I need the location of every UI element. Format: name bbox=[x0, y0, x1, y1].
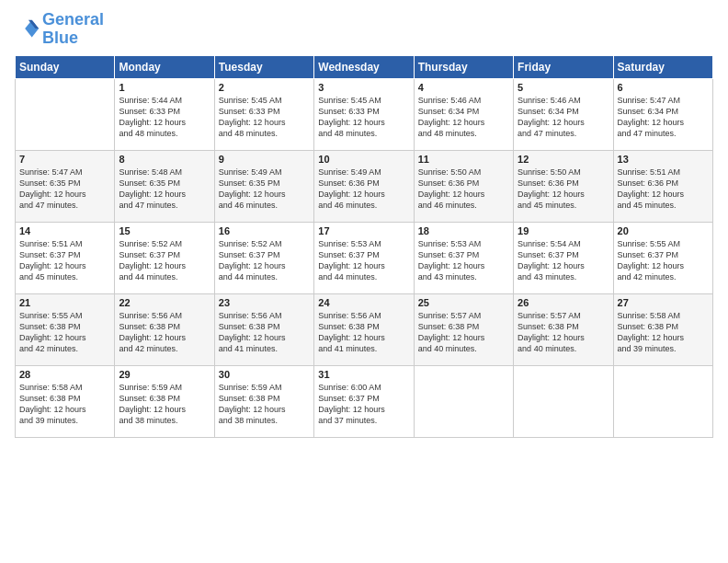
header-row: SundayMondayTuesdayWednesdayThursdayFrid… bbox=[16, 55, 713, 78]
day-number: 22 bbox=[119, 297, 210, 308]
calendar-cell: 1Sunrise: 5:44 AMSunset: 6:33 PMDaylight… bbox=[115, 78, 214, 150]
day-number: 13 bbox=[618, 154, 709, 165]
calendar-table: SundayMondayTuesdayWednesdayThursdayFrid… bbox=[15, 55, 713, 438]
day-number: 8 bbox=[119, 154, 210, 165]
calendar-cell bbox=[613, 365, 712, 437]
calendar-cell: 5Sunrise: 5:46 AMSunset: 6:34 PMDaylight… bbox=[514, 78, 613, 150]
day-number: 2 bbox=[219, 82, 310, 93]
cell-content: Sunrise: 5:59 AMSunset: 6:38 PMDaylight:… bbox=[219, 382, 310, 427]
calendar-cell: 2Sunrise: 5:45 AMSunset: 6:33 PMDaylight… bbox=[214, 78, 313, 150]
calendar-cell: 7Sunrise: 5:47 AMSunset: 6:35 PMDaylight… bbox=[16, 150, 115, 222]
calendar-cell: 8Sunrise: 5:48 AMSunset: 6:35 PMDaylight… bbox=[115, 150, 214, 222]
week-row: 1Sunrise: 5:44 AMSunset: 6:33 PMDaylight… bbox=[16, 78, 713, 150]
cell-content: Sunrise: 5:47 AMSunset: 6:34 PMDaylight:… bbox=[618, 95, 709, 140]
cell-content: Sunrise: 5:50 AMSunset: 6:36 PMDaylight:… bbox=[518, 167, 609, 212]
day-number: 4 bbox=[418, 82, 509, 93]
cell-content: Sunrise: 5:57 AMSunset: 6:38 PMDaylight:… bbox=[518, 310, 609, 355]
calendar-cell: 6Sunrise: 5:47 AMSunset: 6:34 PMDaylight… bbox=[613, 78, 712, 150]
day-number: 30 bbox=[219, 369, 310, 380]
cell-content: Sunrise: 5:50 AMSunset: 6:36 PMDaylight:… bbox=[418, 167, 509, 212]
cell-content: Sunrise: 5:54 AMSunset: 6:37 PMDaylight:… bbox=[518, 238, 609, 283]
calendar-cell: 13Sunrise: 5:51 AMSunset: 6:36 PMDayligh… bbox=[613, 150, 712, 222]
logo: General Blue bbox=[15, 11, 104, 48]
day-header-sunday: Sunday bbox=[16, 55, 115, 78]
page: General Blue SundayMondayTuesdayWednesda… bbox=[0, 0, 728, 447]
day-header-monday: Monday bbox=[115, 55, 214, 78]
calendar-cell: 30Sunrise: 5:59 AMSunset: 6:38 PMDayligh… bbox=[214, 365, 313, 437]
cell-content: Sunrise: 5:58 AMSunset: 6:38 PMDaylight:… bbox=[19, 382, 110, 427]
day-number: 25 bbox=[418, 297, 509, 308]
cell-content: Sunrise: 5:56 AMSunset: 6:38 PMDaylight:… bbox=[119, 310, 210, 355]
calendar-cell: 15Sunrise: 5:52 AMSunset: 6:37 PMDayligh… bbox=[115, 222, 214, 293]
day-header-wednesday: Wednesday bbox=[314, 55, 414, 78]
day-number: 28 bbox=[19, 369, 110, 380]
cell-content: Sunrise: 5:56 AMSunset: 6:38 PMDaylight:… bbox=[219, 310, 310, 355]
day-number: 18 bbox=[418, 225, 509, 236]
cell-content: Sunrise: 5:56 AMSunset: 6:38 PMDaylight:… bbox=[318, 310, 409, 355]
cell-content: Sunrise: 5:52 AMSunset: 6:37 PMDaylight:… bbox=[219, 238, 310, 283]
cell-content: Sunrise: 5:45 AMSunset: 6:33 PMDaylight:… bbox=[219, 95, 310, 140]
cell-content: Sunrise: 5:49 AMSunset: 6:35 PMDaylight:… bbox=[219, 167, 310, 212]
day-number: 5 bbox=[518, 82, 609, 93]
day-number: 19 bbox=[518, 225, 609, 236]
day-header-saturday: Saturday bbox=[613, 55, 712, 78]
cell-content: Sunrise: 5:49 AMSunset: 6:36 PMDaylight:… bbox=[318, 167, 409, 212]
calendar-cell: 27Sunrise: 5:58 AMSunset: 6:38 PMDayligh… bbox=[613, 293, 712, 365]
week-row: 28Sunrise: 5:58 AMSunset: 6:38 PMDayligh… bbox=[16, 365, 713, 437]
logo-icon bbox=[15, 17, 40, 42]
cell-content: Sunrise: 5:55 AMSunset: 6:37 PMDaylight:… bbox=[618, 238, 709, 283]
day-number: 9 bbox=[219, 154, 310, 165]
calendar-cell: 21Sunrise: 5:55 AMSunset: 6:38 PMDayligh… bbox=[16, 293, 115, 365]
day-number: 17 bbox=[318, 225, 409, 236]
cell-content: Sunrise: 5:51 AMSunset: 6:36 PMDaylight:… bbox=[618, 167, 709, 212]
week-row: 7Sunrise: 5:47 AMSunset: 6:35 PMDaylight… bbox=[16, 150, 713, 222]
calendar-cell: 28Sunrise: 5:58 AMSunset: 6:38 PMDayligh… bbox=[16, 365, 115, 437]
cell-content: Sunrise: 5:47 AMSunset: 6:35 PMDaylight:… bbox=[19, 167, 110, 212]
day-number: 12 bbox=[518, 154, 609, 165]
cell-content: Sunrise: 5:46 AMSunset: 6:34 PMDaylight:… bbox=[418, 95, 509, 140]
calendar-cell: 9Sunrise: 5:49 AMSunset: 6:35 PMDaylight… bbox=[214, 150, 313, 222]
day-number: 21 bbox=[19, 297, 110, 308]
day-number: 24 bbox=[318, 297, 409, 308]
day-number: 20 bbox=[618, 225, 709, 236]
cell-content: Sunrise: 5:52 AMSunset: 6:37 PMDaylight:… bbox=[119, 238, 210, 283]
cell-content: Sunrise: 5:51 AMSunset: 6:37 PMDaylight:… bbox=[19, 238, 110, 283]
logo-text-line1: General bbox=[42, 11, 104, 29]
calendar-cell bbox=[514, 365, 613, 437]
calendar-cell: 16Sunrise: 5:52 AMSunset: 6:37 PMDayligh… bbox=[214, 222, 313, 293]
calendar-cell: 10Sunrise: 5:49 AMSunset: 6:36 PMDayligh… bbox=[314, 150, 414, 222]
day-number: 16 bbox=[219, 225, 310, 236]
cell-content: Sunrise: 5:53 AMSunset: 6:37 PMDaylight:… bbox=[318, 238, 409, 283]
calendar-cell: 24Sunrise: 5:56 AMSunset: 6:38 PMDayligh… bbox=[314, 293, 414, 365]
day-number: 29 bbox=[119, 369, 210, 380]
day-number: 11 bbox=[418, 154, 509, 165]
cell-content: Sunrise: 5:59 AMSunset: 6:38 PMDaylight:… bbox=[119, 382, 210, 427]
calendar-cell bbox=[414, 365, 513, 437]
calendar-cell: 25Sunrise: 5:57 AMSunset: 6:38 PMDayligh… bbox=[414, 293, 513, 365]
calendar-cell: 12Sunrise: 5:50 AMSunset: 6:36 PMDayligh… bbox=[514, 150, 613, 222]
calendar-cell bbox=[16, 78, 115, 150]
cell-content: Sunrise: 5:48 AMSunset: 6:35 PMDaylight:… bbox=[119, 167, 210, 212]
calendar-cell: 22Sunrise: 5:56 AMSunset: 6:38 PMDayligh… bbox=[115, 293, 214, 365]
week-row: 14Sunrise: 5:51 AMSunset: 6:37 PMDayligh… bbox=[16, 222, 713, 293]
calendar-cell: 14Sunrise: 5:51 AMSunset: 6:37 PMDayligh… bbox=[16, 222, 115, 293]
cell-content: Sunrise: 5:44 AMSunset: 6:33 PMDaylight:… bbox=[119, 95, 210, 140]
calendar-cell: 31Sunrise: 6:00 AMSunset: 6:37 PMDayligh… bbox=[314, 365, 414, 437]
calendar-cell: 19Sunrise: 5:54 AMSunset: 6:37 PMDayligh… bbox=[514, 222, 613, 293]
calendar-cell: 4Sunrise: 5:46 AMSunset: 6:34 PMDaylight… bbox=[414, 78, 513, 150]
calendar-cell: 3Sunrise: 5:45 AMSunset: 6:33 PMDaylight… bbox=[314, 78, 414, 150]
day-number: 14 bbox=[19, 225, 110, 236]
day-number: 6 bbox=[618, 82, 709, 93]
calendar-cell: 29Sunrise: 5:59 AMSunset: 6:38 PMDayligh… bbox=[115, 365, 214, 437]
day-number: 23 bbox=[219, 297, 310, 308]
day-number: 15 bbox=[119, 225, 210, 236]
day-number: 31 bbox=[318, 369, 409, 380]
day-number: 10 bbox=[318, 154, 409, 165]
cell-content: Sunrise: 5:57 AMSunset: 6:38 PMDaylight:… bbox=[418, 310, 509, 355]
day-header-friday: Friday bbox=[514, 55, 613, 78]
calendar-cell: 26Sunrise: 5:57 AMSunset: 6:38 PMDayligh… bbox=[514, 293, 613, 365]
day-number: 1 bbox=[119, 82, 210, 93]
cell-content: Sunrise: 5:58 AMSunset: 6:38 PMDaylight:… bbox=[618, 310, 709, 355]
cell-content: Sunrise: 5:46 AMSunset: 6:34 PMDaylight:… bbox=[518, 95, 609, 140]
calendar-cell: 11Sunrise: 5:50 AMSunset: 6:36 PMDayligh… bbox=[414, 150, 513, 222]
